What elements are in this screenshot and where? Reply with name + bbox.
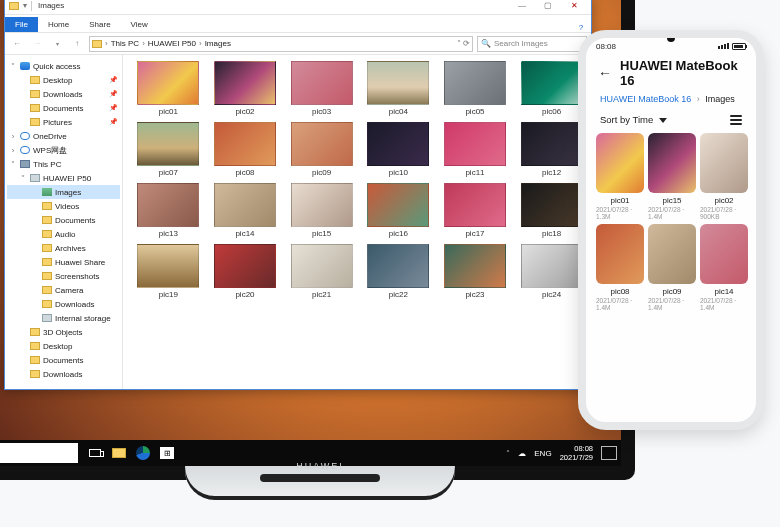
breadcrumb-bar[interactable]: › This PC› HUAWEI P50› Images ˅⟳: [89, 36, 473, 52]
thumbnail-image: [367, 244, 429, 288]
pin-icon: 📌: [109, 90, 120, 98]
content-pane[interactable]: pic01pic02pic03pic04pic05pic06pic07pic08…: [123, 55, 591, 389]
nav-recent-button[interactable]: ▾: [49, 36, 65, 52]
phone-file-card[interactable]: pic142021/07/28 · 1.4M: [700, 224, 748, 311]
thumbnail[interactable]: pic04: [363, 61, 434, 116]
tab-share[interactable]: Share: [79, 17, 120, 32]
tree-item[interactable]: Huawei Share: [7, 255, 120, 269]
tree-item[interactable]: ›WPS网盘: [7, 143, 120, 157]
chevron-right-icon: ›: [694, 94, 703, 104]
help-icon[interactable]: ?: [571, 23, 591, 32]
view-list-icon[interactable]: [730, 115, 742, 125]
thumbnail[interactable]: pic02: [210, 61, 281, 116]
tree-item[interactable]: ˅This PC: [7, 157, 120, 171]
tree-label: Internal storage: [55, 314, 111, 323]
desktop: ▾ Images — ▢ ✕ File Home Share: [0, 0, 621, 466]
tree-label: Documents: [43, 104, 83, 113]
thumbnail[interactable]: pic01: [133, 61, 204, 116]
tree-twisty-icon[interactable]: ˅: [9, 62, 17, 71]
crumb-this-pc[interactable]: This PC: [111, 39, 139, 48]
tree-item[interactable]: Pictures📌: [7, 115, 120, 129]
thumbnail[interactable]: pic20: [210, 244, 281, 299]
back-button[interactable]: ←: [598, 65, 612, 81]
dropdown-icon[interactable]: ˅: [457, 39, 461, 48]
thumbnail[interactable]: pic14: [210, 183, 281, 238]
tree-item[interactable]: Documents: [7, 353, 120, 367]
thumbnail[interactable]: pic03: [286, 61, 357, 116]
tree-twisty-icon[interactable]: ›: [9, 146, 17, 155]
thumbnail[interactable]: pic16: [363, 183, 434, 238]
tree-item[interactable]: Downloads: [7, 297, 120, 311]
tree-item[interactable]: Camera: [7, 283, 120, 297]
search-box[interactable]: 🔍 Search Images: [477, 36, 587, 52]
thumbnail-caption: pic17: [465, 229, 484, 238]
tree-twisty-icon[interactable]: ˅: [9, 160, 17, 169]
thumbnail[interactable]: pic13: [133, 183, 204, 238]
thumbnail[interactable]: pic22: [363, 244, 434, 299]
thumbnail[interactable]: pic23: [440, 244, 511, 299]
tree-twisty-icon[interactable]: ›: [9, 132, 17, 141]
phone-file-card[interactable]: pic012021/07/28 · 1.3M: [596, 133, 644, 220]
phone-file-card[interactable]: pic082021/07/28 · 1.4M: [596, 224, 644, 311]
phone-file-name: pic08: [610, 287, 629, 296]
tree-item[interactable]: Archives: [7, 241, 120, 255]
thumbnail[interactable]: pic06: [516, 61, 587, 116]
nav-fwd-button[interactable]: →: [29, 36, 45, 52]
tree-item[interactable]: Internal storage: [7, 311, 120, 325]
tab-view[interactable]: View: [121, 17, 158, 32]
tree-item[interactable]: Videos: [7, 199, 120, 213]
tree-item[interactable]: Screenshots: [7, 269, 120, 283]
tree-twisty-icon[interactable]: ˅: [19, 174, 27, 183]
thumbnail[interactable]: pic21: [286, 244, 357, 299]
tree-item[interactable]: ˅HUAWEI P50: [7, 171, 120, 185]
thumbnail[interactable]: pic18: [516, 183, 587, 238]
phone-file-card[interactable]: pic092021/07/28 · 1.4M: [648, 224, 696, 311]
thumbnail[interactable]: pic19: [133, 244, 204, 299]
tree-label: HUAWEI P50: [43, 174, 91, 183]
thumbnail[interactable]: pic11: [440, 122, 511, 177]
thumbnail[interactable]: pic10: [363, 122, 434, 177]
thumbnail[interactable]: pic24: [516, 244, 587, 299]
tree-item[interactable]: Downloads: [7, 367, 120, 381]
thumbnail[interactable]: pic07: [133, 122, 204, 177]
tree-item[interactable]: ›OneDrive: [7, 129, 120, 143]
nav-tree[interactable]: ˅Quick accessDesktop📌Downloads📌Documents…: [5, 55, 123, 389]
tree-item[interactable]: Desktop📌: [7, 73, 120, 87]
qa-triangle[interactable]: ▾: [23, 1, 27, 10]
laptop: ▾ Images — ▢ ✕ File Home Share: [0, 0, 624, 497]
thumbnail[interactable]: pic08: [210, 122, 281, 177]
maximize-button[interactable]: ▢: [535, 0, 561, 13]
breadcrumb-link[interactable]: HUAWEI MateBook 16: [600, 94, 691, 104]
title-bar[interactable]: ▾ Images — ▢ ✕: [5, 0, 591, 15]
thumbnail-image: [137, 244, 199, 288]
thumbnail[interactable]: pic17: [440, 183, 511, 238]
tree-label: Pictures: [43, 118, 72, 127]
thumbnail[interactable]: pic05: [440, 61, 511, 116]
file-menu[interactable]: File: [5, 17, 38, 32]
tree-item[interactable]: Documents📌: [7, 101, 120, 115]
close-button[interactable]: ✕: [561, 0, 587, 13]
nav-up-button[interactable]: ↑: [69, 36, 85, 52]
minimize-button[interactable]: —: [509, 0, 535, 13]
phone-file-card[interactable]: pic152021/07/28 · 1.4M: [648, 133, 696, 220]
tree-item[interactable]: ˅Quick access: [7, 59, 120, 73]
thumbnail-image: [444, 122, 506, 166]
tree-item[interactable]: Desktop: [7, 339, 120, 353]
tree-item[interactable]: 3D Objects: [7, 325, 120, 339]
tree-label: Downloads: [55, 300, 95, 309]
tree-item[interactable]: Documents: [7, 213, 120, 227]
tree-item[interactable]: Images: [7, 185, 120, 199]
thumbnail[interactable]: pic09: [286, 122, 357, 177]
tree-item[interactable]: Audio: [7, 227, 120, 241]
nav-back-button[interactable]: ←: [9, 36, 25, 52]
phone-thumb: [596, 224, 644, 284]
crumb-folder[interactable]: Images: [205, 39, 231, 48]
phone-file-card[interactable]: pic022021/07/28 · 900KB: [700, 133, 748, 220]
thumbnail[interactable]: pic12: [516, 122, 587, 177]
crumb-device[interactable]: HUAWEI P50: [148, 39, 196, 48]
tab-home[interactable]: Home: [38, 17, 79, 32]
tree-item[interactable]: Downloads📌: [7, 87, 120, 101]
thumbnail[interactable]: pic15: [286, 183, 357, 238]
refresh-icon[interactable]: ⟳: [463, 39, 470, 48]
sort-button[interactable]: Sort by Time: [600, 114, 667, 125]
